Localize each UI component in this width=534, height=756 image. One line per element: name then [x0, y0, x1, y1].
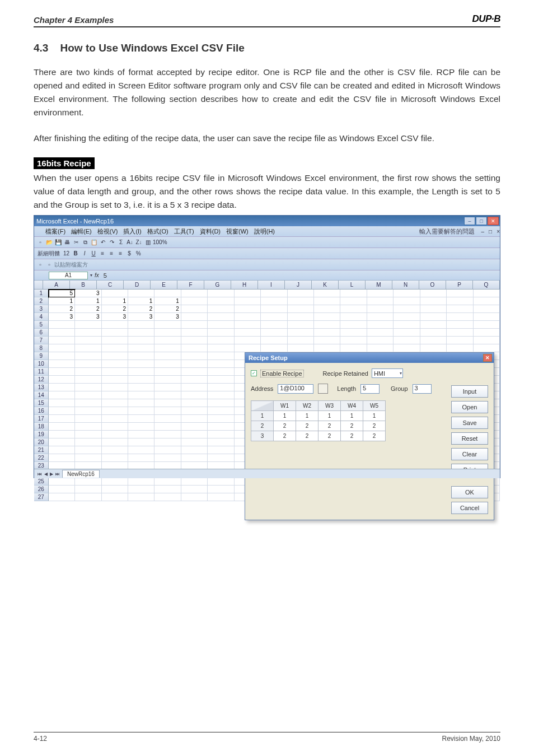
- cell[interactable]: [447, 297, 473, 305]
- cell[interactable]: [49, 391, 75, 399]
- cell[interactable]: [75, 431, 101, 438]
- enable-recipe-checkbox[interactable]: ✓: [251, 370, 257, 376]
- cell[interactable]: [394, 313, 420, 321]
- autosum-icon[interactable]: Σ: [117, 239, 125, 246]
- open-button[interactable]: Open: [451, 401, 488, 413]
- cell[interactable]: [288, 337, 314, 344]
- row-header[interactable]: 21: [34, 446, 49, 454]
- font-name[interactable]: 新細明體: [36, 250, 61, 258]
- cell[interactable]: [128, 415, 154, 423]
- cell[interactable]: [75, 399, 101, 407]
- cell[interactable]: [394, 290, 420, 297]
- tab-nav-next-icon[interactable]: ▶: [50, 472, 53, 477]
- cell[interactable]: [75, 454, 101, 462]
- cell[interactable]: [340, 313, 367, 321]
- cell[interactable]: [208, 493, 234, 501]
- cell[interactable]: [154, 454, 181, 462]
- menu-item[interactable]: 編輯(E): [71, 227, 92, 236]
- cell[interactable]: [102, 399, 128, 407]
- cell[interactable]: [49, 446, 75, 454]
- cell[interactable]: [128, 360, 154, 368]
- cell[interactable]: [102, 431, 128, 438]
- cell[interactable]: [447, 329, 473, 337]
- recipe-cell[interactable]: 2: [318, 421, 341, 431]
- cell[interactable]: [420, 290, 447, 297]
- cell[interactable]: [154, 352, 181, 360]
- cell[interactable]: [102, 493, 128, 501]
- cell[interactable]: [447, 305, 473, 313]
- cell[interactable]: [420, 305, 447, 313]
- cell[interactable]: [208, 391, 234, 399]
- cell[interactable]: [208, 407, 234, 415]
- dialog-close-icon[interactable]: ✕: [483, 354, 492, 362]
- cell[interactable]: [181, 360, 208, 368]
- cell[interactable]: [367, 344, 394, 352]
- cell[interactable]: [261, 290, 287, 297]
- cell[interactable]: 3: [102, 313, 128, 321]
- cut-icon[interactable]: ✂: [72, 239, 80, 246]
- cell[interactable]: [340, 297, 367, 305]
- menu-item[interactable]: 資料(D): [200, 227, 221, 236]
- cell[interactable]: [208, 360, 234, 368]
- cell[interactable]: [181, 478, 208, 486]
- cell[interactable]: 2: [49, 305, 75, 313]
- column-header[interactable]: N: [392, 281, 419, 290]
- cell[interactable]: [154, 438, 181, 446]
- cell[interactable]: [49, 360, 75, 368]
- cell[interactable]: [420, 321, 447, 329]
- cell[interactable]: [49, 438, 75, 446]
- cell[interactable]: [181, 391, 208, 399]
- cell[interactable]: [49, 399, 75, 407]
- cell[interactable]: [261, 305, 287, 313]
- cell[interactable]: [474, 344, 500, 352]
- row-header[interactable]: 10: [34, 360, 49, 368]
- cell[interactable]: [235, 329, 261, 337]
- column-header[interactable]: C: [97, 281, 124, 290]
- cell[interactable]: [128, 438, 154, 446]
- row-header[interactable]: 5: [34, 321, 49, 329]
- cell[interactable]: [314, 321, 340, 329]
- cell[interactable]: [474, 329, 500, 337]
- length-input[interactable]: 5: [360, 384, 380, 394]
- cell[interactable]: [102, 454, 128, 462]
- cell[interactable]: [181, 305, 208, 313]
- cell[interactable]: [208, 438, 234, 446]
- cell[interactable]: 1: [49, 297, 75, 305]
- align-right-icon[interactable]: ≡: [116, 250, 124, 258]
- review-icon-1[interactable]: ▫: [36, 261, 44, 269]
- cell[interactable]: [154, 290, 181, 297]
- recipe-cell[interactable]: 2: [318, 431, 341, 441]
- cell[interactable]: [128, 391, 154, 399]
- cell[interactable]: [340, 305, 367, 313]
- cell[interactable]: [340, 290, 367, 297]
- cell[interactable]: [154, 384, 181, 391]
- chart-icon[interactable]: ▥: [144, 239, 152, 246]
- paste-icon[interactable]: 📋: [90, 239, 98, 246]
- recipe-cell[interactable]: 1: [274, 411, 296, 421]
- row-header[interactable]: 11: [34, 368, 49, 376]
- row-header[interactable]: 26: [34, 486, 49, 493]
- cell[interactable]: [420, 297, 447, 305]
- recipe-cell[interactable]: 2: [274, 421, 296, 431]
- cell[interactable]: [235, 313, 261, 321]
- cell[interactable]: [314, 297, 340, 305]
- cell[interactable]: [128, 329, 154, 337]
- cell[interactable]: [367, 321, 394, 329]
- cell[interactable]: [394, 329, 420, 337]
- cell[interactable]: [102, 391, 128, 399]
- row-header[interactable]: 22: [34, 454, 49, 462]
- cell[interactable]: [208, 321, 234, 329]
- cell[interactable]: [367, 313, 394, 321]
- cell[interactable]: [235, 305, 261, 313]
- cell[interactable]: [367, 297, 394, 305]
- address-input[interactable]: 1@D100: [278, 384, 313, 394]
- cell[interactable]: [181, 486, 208, 493]
- cell[interactable]: [75, 360, 101, 368]
- cell[interactable]: 5: [49, 290, 75, 297]
- clear-button[interactable]: Clear: [451, 448, 488, 460]
- fx-label[interactable]: fx: [95, 272, 99, 278]
- cell[interactable]: [49, 486, 75, 493]
- row-header[interactable]: 4: [34, 313, 49, 321]
- cell[interactable]: [75, 391, 101, 399]
- column-header[interactable]: L: [339, 281, 366, 290]
